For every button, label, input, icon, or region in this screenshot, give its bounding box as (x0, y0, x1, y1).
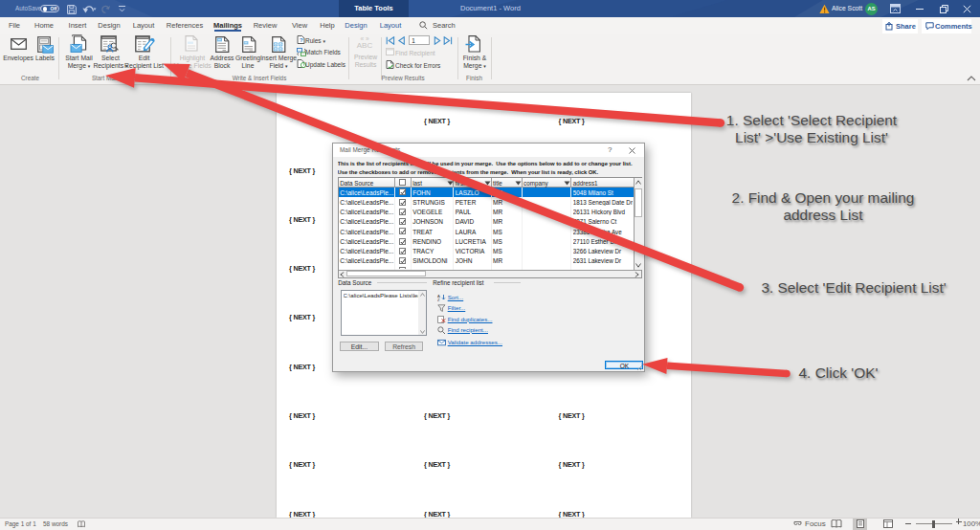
svg-text:?: ? (300, 37, 303, 43)
svg-text:Z: Z (437, 298, 440, 301)
